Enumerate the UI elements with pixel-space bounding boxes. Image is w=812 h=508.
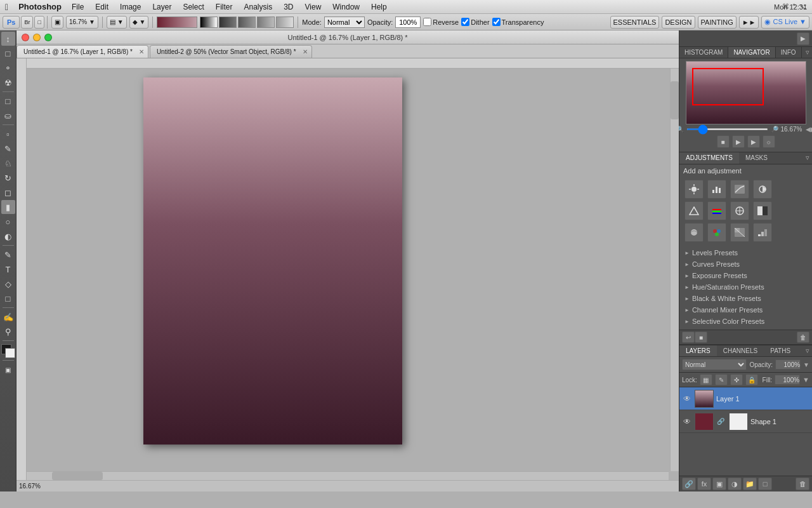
layer-row-shape1[interactable]: 👁 🔗 Shape 1 bbox=[679, 410, 812, 433]
canvas-document[interactable] bbox=[143, 77, 402, 444]
preset-selectivecolor[interactable]: ► Selective Color Presets bbox=[679, 316, 812, 327]
essentials-btn[interactable]: ESSENTIALS bbox=[610, 16, 660, 29]
adj-return-btn[interactable]: ↩ bbox=[682, 331, 695, 343]
tab-layers[interactable]: LAYERS bbox=[679, 345, 717, 356]
scrollbar-vertical[interactable] bbox=[670, 69, 679, 471]
lock-position-btn[interactable]: ✜ bbox=[730, 374, 743, 385]
tab-1-close[interactable]: ✕ bbox=[139, 48, 144, 55]
add-mask-btn[interactable]: ▣ bbox=[712, 478, 726, 490]
link-layers-btn[interactable]: 🔗 bbox=[682, 478, 696, 490]
zoom-in-icon[interactable]: 🔎 bbox=[771, 126, 778, 133]
pen-tool[interactable]: ✎ bbox=[1, 248, 15, 262]
preset-channelmixer[interactable]: ► Channel Mixer Presets bbox=[679, 304, 812, 316]
adj-invert-btn[interactable] bbox=[730, 223, 749, 242]
tab-masks[interactable]: MASKS bbox=[739, 152, 774, 164]
nav-btn-1[interactable]: ■ bbox=[717, 135, 730, 148]
ps-home-btn[interactable]: Ps bbox=[3, 16, 20, 29]
adj-brightness-btn[interactable] bbox=[684, 180, 704, 199]
minimize-button[interactable] bbox=[33, 34, 41, 41]
move-tool[interactable]: ↕ bbox=[1, 32, 15, 46]
lock-transparent-btn[interactable]: ▦ bbox=[700, 374, 712, 385]
clone-tool[interactable]: ♘ bbox=[1, 156, 15, 170]
tab-info[interactable]: INFO bbox=[776, 47, 802, 58]
adj-visibility-btn[interactable]: ■ bbox=[695, 331, 707, 343]
tab-document-1[interactable]: Untitled-1 @ 16.7% (Layer 1, RGB/8) * ✕ bbox=[16, 45, 148, 58]
tab-navigator[interactable]: NAVIGATOR bbox=[728, 47, 775, 58]
mode-select[interactable]: Normal Dissolve Multiply bbox=[324, 17, 365, 28]
quick-mask-btn[interactable]: ▣ bbox=[1, 363, 15, 377]
eyedropper-tool[interactable]: ⛀ bbox=[1, 109, 15, 123]
gradient-preset-5[interactable] bbox=[276, 17, 294, 28]
blur-tool[interactable]: ○ bbox=[1, 215, 15, 229]
foreground-background-colors[interactable] bbox=[1, 344, 15, 358]
maximize-button[interactable] bbox=[44, 34, 52, 41]
layout-btn[interactable]: ▤ ▼ bbox=[107, 16, 127, 29]
panel-options-btn[interactable]: ▿ bbox=[803, 47, 812, 58]
adj-huesat-btn[interactable] bbox=[707, 201, 726, 220]
adj-panel-options[interactable]: ▿ bbox=[803, 152, 812, 164]
layers-fill-input[interactable] bbox=[775, 375, 800, 385]
reverse-checkbox[interactable] bbox=[423, 18, 431, 26]
design-btn[interactable]: DESIGN bbox=[662, 16, 695, 29]
gradient-tool[interactable]: ▮ bbox=[1, 200, 15, 214]
shape1-link-icon[interactable]: 🔗 bbox=[716, 417, 725, 426]
fill-dropdown-icon[interactable]: ▼ bbox=[802, 376, 809, 384]
nav-btn-2[interactable]: ▶ bbox=[732, 135, 745, 148]
scrollbar-horizontal[interactable] bbox=[27, 471, 669, 480]
path-tool[interactable]: ◇ bbox=[1, 277, 15, 291]
gradient-preset-2[interactable] bbox=[219, 17, 237, 28]
blend-mode-select[interactable]: Normal Multiply Screen bbox=[682, 359, 747, 370]
zoom-slider[interactable] bbox=[686, 128, 768, 130]
adj-exposure-btn[interactable] bbox=[753, 180, 772, 199]
delete-layer-btn[interactable]: 🗑 bbox=[796, 478, 809, 490]
adj-photofilter-btn[interactable] bbox=[684, 223, 704, 242]
menu-file[interactable]: File bbox=[67, 1, 89, 13]
preset-exposure[interactable]: ► Exposure Presets bbox=[679, 270, 812, 281]
menu-edit[interactable]: Edit bbox=[90, 1, 114, 13]
opacity-input[interactable]: 100% bbox=[395, 17, 421, 28]
app-name[interactable]: Photoshop bbox=[15, 1, 65, 13]
adj-colorbalance-btn[interactable] bbox=[730, 201, 749, 220]
add-style-btn[interactable]: fx bbox=[697, 478, 711, 490]
menu-3d[interactable]: 3D bbox=[278, 1, 298, 13]
preset-huesat[interactable]: ► Hue/Saturation Presets bbox=[679, 281, 812, 293]
hand-tool[interactable]: ✍ bbox=[1, 310, 15, 324]
crop-tool[interactable]: □ bbox=[1, 94, 15, 108]
opacity-dropdown-icon[interactable]: ▼ bbox=[803, 361, 809, 368]
adj-channelmixer-btn[interactable] bbox=[707, 223, 726, 242]
layers-opacity-input[interactable] bbox=[775, 359, 801, 370]
history-tool[interactable]: ↻ bbox=[1, 171, 15, 185]
menu-image[interactable]: Image bbox=[115, 1, 146, 13]
selection-tool[interactable]: □ bbox=[1, 46, 15, 60]
new-layer-btn[interactable]: □ bbox=[758, 478, 772, 490]
preset-levels[interactable]: ► Levels Presets bbox=[679, 247, 812, 258]
lasso-tool[interactable]: ⚬ bbox=[1, 61, 15, 75]
gradient-swatch[interactable] bbox=[157, 17, 197, 28]
screen-mode-btn[interactable]: ▣ bbox=[51, 16, 63, 29]
tab-paths[interactable]: PATHS bbox=[764, 345, 797, 356]
tab-2-close[interactable]: ✕ bbox=[303, 48, 308, 55]
dither-checkbox[interactable] bbox=[461, 18, 469, 26]
preset-bw[interactable]: ► Black & White Presets bbox=[679, 293, 812, 304]
extend-workspaces-btn[interactable]: ►► bbox=[739, 16, 759, 29]
adj-delete-btn[interactable]: 🗑 bbox=[797, 331, 809, 343]
shape-tool[interactable]: □ bbox=[1, 291, 15, 305]
zoom-tool[interactable]: ⚲ bbox=[1, 324, 15, 338]
layers-panel-options[interactable]: ▿ bbox=[803, 345, 812, 356]
canvas-scroll-area[interactable] bbox=[16, 58, 679, 480]
brush-tool[interactable]: ✎ bbox=[1, 142, 15, 156]
cs-live-btn[interactable]: ◉ CS Live ▼ bbox=[761, 16, 809, 29]
preset-curves[interactable]: ► Curves Presets bbox=[679, 258, 812, 270]
menu-view[interactable]: View bbox=[300, 1, 327, 13]
lock-pixels-btn[interactable]: ✎ bbox=[715, 374, 728, 385]
panel-collapse-btn[interactable]: ▶ bbox=[797, 32, 809, 45]
adj-posterize-btn[interactable] bbox=[753, 223, 772, 242]
adj-curves-btn[interactable] bbox=[730, 180, 749, 199]
tab-adjustments[interactable]: ADJUSTMENTS bbox=[679, 152, 739, 164]
tab-channels[interactable]: CHANNELS bbox=[717, 345, 764, 356]
layer-row-layer1[interactable]: 👁 Layer 1 bbox=[679, 387, 812, 410]
arrange-btn[interactable]: ◆ ▼ bbox=[129, 16, 149, 29]
bridge-btn[interactable]: Br bbox=[21, 16, 33, 29]
menu-help[interactable]: Help bbox=[366, 1, 392, 13]
text-tool[interactable]: T bbox=[1, 262, 15, 276]
